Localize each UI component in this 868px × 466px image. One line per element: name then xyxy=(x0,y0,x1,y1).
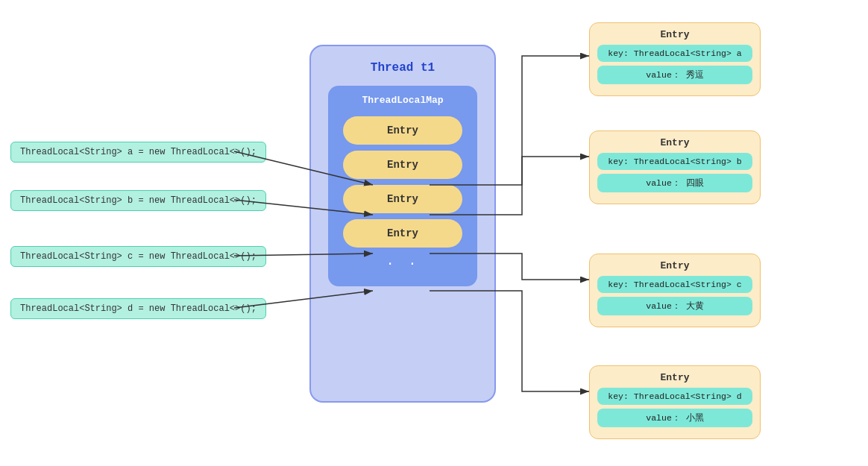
entry-card-b: Entry key: ThreadLocal<String> b value： … xyxy=(589,130,761,204)
entry-card-c-title: Entry xyxy=(597,260,752,271)
code-label-d: ThreadLocal<String> d = new ThreadLocal<… xyxy=(10,298,266,319)
entry-card-a: Entry key: ThreadLocal<String> a value： … xyxy=(589,22,761,96)
entry-card-a-value: value： 秀逗 xyxy=(597,66,752,84)
entry-card-d-title: Entry xyxy=(597,372,752,383)
code-label-c: ThreadLocal<String> c = new ThreadLocal<… xyxy=(10,246,266,267)
map-title: ThreadLocalMap xyxy=(362,95,443,106)
entry-card-b-title: Entry xyxy=(597,137,752,148)
entry-card-d-value: value： 小黑 xyxy=(597,409,752,427)
entry-card-c-value: value： 大黄 xyxy=(597,297,752,315)
entry-card-c: Entry key: ThreadLocal<String> c value： … xyxy=(589,254,761,327)
code-label-b: ThreadLocal<String> b = new ThreadLocal<… xyxy=(10,190,266,211)
entry-box-4: Entry xyxy=(343,219,462,248)
threadlocalmap-box: ThreadLocalMap Entry Entry Entry Entry ·… xyxy=(328,86,477,286)
entry-card-b-value: value： 四眼 xyxy=(597,174,752,192)
thread-title: Thread t1 xyxy=(371,61,435,75)
entry-card-d-key: key: ThreadLocal<String> d xyxy=(597,388,752,405)
entry-card-a-key: key: ThreadLocal<String> a xyxy=(597,45,752,62)
diagram-container: ThreadLocal<String> a = new ThreadLocal<… xyxy=(0,0,868,466)
entry-card-b-key: key: ThreadLocal<String> b xyxy=(597,153,752,170)
entry-card-d: Entry key: ThreadLocal<String> d value： … xyxy=(589,365,761,439)
thread-box: Thread t1 ThreadLocalMap Entry Entry Ent… xyxy=(309,45,496,403)
code-label-a: ThreadLocal<String> a = new ThreadLocal<… xyxy=(10,142,266,163)
entry-card-a-title: Entry xyxy=(597,29,752,40)
dots: · · xyxy=(386,256,419,271)
entry-box-3: Entry xyxy=(343,185,462,213)
entry-box-1: Entry xyxy=(343,116,462,145)
entry-card-c-key: key: ThreadLocal<String> c xyxy=(597,276,752,293)
entry-box-2: Entry xyxy=(343,151,462,179)
